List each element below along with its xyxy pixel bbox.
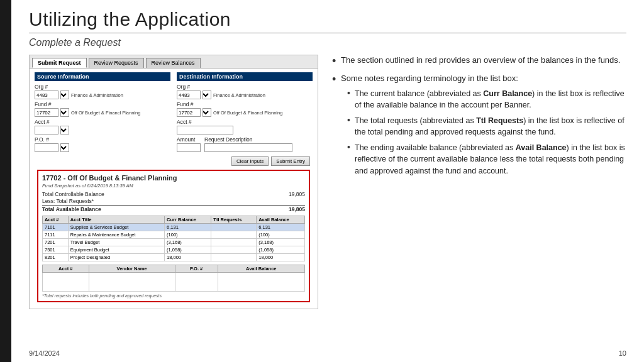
source-po-row: P.O. # ▾: [35, 136, 170, 152]
vendor-table: Acct # Vendor Name P.O. # Avail Balance: [42, 265, 305, 292]
tab-review-requests[interactable]: Review Requests: [89, 58, 144, 68]
source-fund-select[interactable]: ▾: [60, 108, 69, 117]
acct-table-row: 7501Equipment Budget(1,058)(1,058): [43, 246, 305, 254]
sub-bullet-1-bold: Curr Balance: [483, 89, 532, 98]
sub-bullet-3-bold: Avail Balance: [516, 143, 567, 152]
red-section-date: Fund Snapshot as of 6/24/2019 8:13:39 AM: [42, 183, 305, 189]
dest-acct-row: Acct #: [177, 119, 313, 134]
left-bar: [0, 0, 11, 362]
dest-fund-input-row: ▾ Off Of Budget & Financl Planning: [177, 108, 313, 117]
dest-fund-input[interactable]: [177, 108, 201, 117]
clear-inputs-button[interactable]: Clear Inputs: [231, 156, 269, 166]
acct-cell-curr: (100): [165, 231, 211, 239]
total-controllable-value: 19,805: [280, 191, 305, 197]
less-total-label: Less: Total Requests*: [42, 198, 94, 204]
source-po-label: P.O. #: [35, 136, 170, 143]
source-acct-row: Acct # ▾: [35, 119, 170, 134]
acct-cell-title: Equipment Budget: [68, 246, 164, 254]
col-ttl-requests: Ttl Requests: [211, 216, 257, 224]
dest-org-desc: Finance & Administration: [213, 92, 265, 98]
acct-cell-acct: 7201: [43, 239, 69, 246]
tab-submit-request[interactable]: Submit Request: [32, 58, 87, 68]
col-avail-balance: Avail Balance: [257, 216, 305, 224]
vendor-col-acct: Acct #: [43, 265, 89, 273]
source-org-row: Org # ▾ Finance & Administration: [35, 84, 170, 99]
source-po-input-row: ▾: [35, 143, 170, 152]
amount-input[interactable]: [177, 143, 201, 152]
sub-bullet-list: • The current balance (abbreviated as Cu…: [341, 88, 626, 177]
acct-cell-curr: (1,058): [165, 246, 211, 254]
acct-cell-avail: (3,168): [257, 239, 305, 246]
amount-row: Amount Request Description: [177, 136, 313, 152]
form-body: Source Information Org # ▾ Finance & Adm…: [30, 69, 318, 309]
acct-cell-avail: (1,058): [257, 246, 305, 254]
page-title: Utilizing the Application: [29, 9, 626, 30]
sub-bullet-1-text: The current balance (abbreviated as Curr…: [355, 88, 626, 111]
acct-table-row: 8201Project Designated18,00018,000: [43, 254, 305, 261]
acct-cell-curr: (3,168): [165, 239, 211, 246]
col-acct-num: Acct #: [43, 216, 69, 224]
source-fund-input-row: ▾ Off Of Budget & Financl Planning: [35, 108, 170, 117]
req-desc-label: Request Description: [204, 136, 292, 143]
acct-cell-title: Travel Budget: [68, 239, 164, 246]
red-section-title: 17702 - Off Of Budget & Financl Planning: [42, 174, 305, 182]
source-po-select[interactable]: ▾: [60, 143, 69, 152]
source-org-select[interactable]: ▾: [60, 90, 69, 99]
source-org-input[interactable]: [35, 90, 58, 99]
acct-cell-avail: (100): [257, 231, 305, 239]
dest-fund-select[interactable]: ▾: [203, 108, 211, 117]
subtitle: Complete a Request: [29, 37, 626, 48]
sub-bullet-2-bold: Ttl Requests: [476, 116, 523, 125]
vendor-name-cell: [89, 273, 175, 292]
acct-cell-ttl: [211, 254, 257, 261]
acct-cell-title: Repairs & Maintenance Budget: [68, 231, 164, 239]
submit-entry-button[interactable]: Submit Entry: [271, 156, 310, 166]
dest-org-input[interactable]: [177, 90, 201, 99]
sub-bullet-2-text: The total requests (abbreviated as Ttl R…: [355, 115, 626, 138]
acct-cell-ttl: [211, 231, 257, 239]
tab-bar: Submit Request Review Requests Review Ba…: [30, 55, 318, 69]
acct-cell-acct: 7111: [43, 231, 69, 239]
dest-acct-input-row: [177, 126, 313, 134]
red-section: 17702 - Off Of Budget & Financl Planning…: [37, 170, 310, 302]
bullet-list: • The section outlined in red provides a…: [332, 55, 626, 181]
source-acct-input[interactable]: [35, 126, 58, 134]
source-header: Source Information: [35, 72, 170, 81]
bullet-1-text: The section outlined in red provides an …: [341, 55, 626, 67]
sub-bullet-1: • The current balance (abbreviated as Cu…: [347, 88, 626, 111]
acct-cell-curr: 18,000: [165, 254, 211, 261]
sub-bullet-2-intro: The total requests (abbreviated as: [355, 116, 476, 125]
col-acct-title: Acct Title: [68, 216, 164, 224]
vendor-col-po: P.O. #: [175, 265, 218, 273]
source-org-desc: Finance & Administration: [71, 92, 123, 98]
source-org-input-row: ▾ Finance & Administration: [35, 90, 170, 99]
sub-bullet-1-dot: •: [347, 88, 355, 99]
total-available-value: 19,805: [280, 206, 305, 212]
bullet-2: • Some notes regarding terminology in th…: [332, 73, 626, 181]
req-desc-input[interactable]: [204, 143, 292, 152]
source-acct-select[interactable]: ▾: [60, 126, 69, 134]
dest-acct-input[interactable]: [177, 126, 233, 134]
dest-org-row: Org # ▾ Finance & Administration: [177, 84, 313, 99]
source-fund-row: Fund # ▾ Off Of Budget & Financl Plannin…: [35, 101, 170, 117]
bullet-1: • The section outlined in red provides a…: [332, 55, 626, 67]
vendor-empty-row: [43, 273, 305, 292]
source-po-input[interactable]: [35, 143, 58, 152]
acct-cell-curr: 6,131: [165, 224, 211, 231]
acct-cell-ttl: [211, 239, 257, 246]
footer: 9/14/2024 10: [11, 349, 644, 357]
source-org-label: Org #: [35, 84, 170, 90]
dest-org-select[interactable]: ▾: [203, 90, 211, 99]
source-acct-label: Acct #: [35, 119, 170, 125]
sub-bullet-3-text: The ending available balance (abbreviate…: [355, 142, 626, 176]
tab-review-balances[interactable]: Review Balances: [146, 58, 201, 68]
vendor-acct-cell: [43, 273, 89, 292]
vendor-col-avail: Avail Balance: [218, 265, 304, 273]
acct-table-row: 7201Travel Budget(3,168)(3,168): [43, 239, 305, 246]
footer-page: 10: [619, 349, 626, 357]
bullet-2-text: Some notes regarding terminology in the …: [341, 74, 518, 83]
info-panel: • The section outlined in red provides a…: [332, 55, 626, 187]
sub-bullet-3-dot: •: [347, 142, 355, 153]
sub-bullet-1-intro: The current balance (abbreviated as: [355, 89, 483, 98]
source-fund-input[interactable]: [35, 108, 58, 117]
